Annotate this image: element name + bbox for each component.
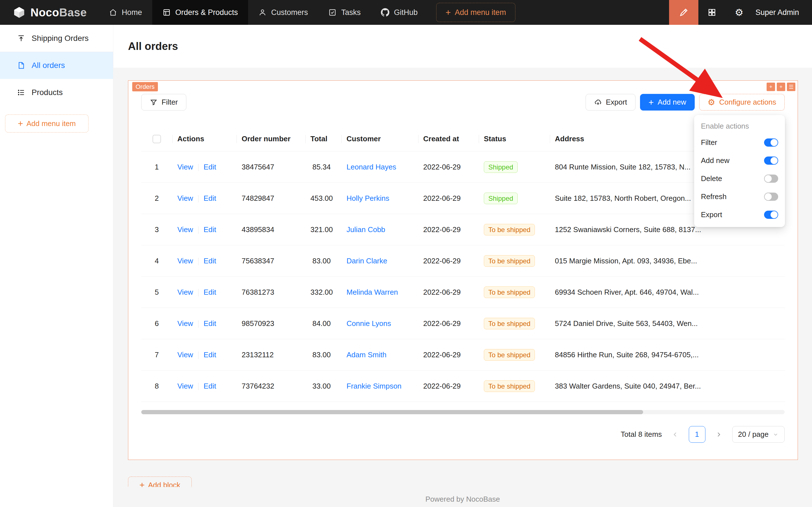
ui-editor-toggle-button[interactable] xyxy=(669,0,698,25)
gear-icon: ⚙ xyxy=(735,8,743,17)
brand-logo[interactable]: NocoBase xyxy=(0,6,99,19)
arrow-up-icon xyxy=(17,34,25,43)
edit-link[interactable]: Edit xyxy=(204,257,216,265)
plus-icon: + xyxy=(139,481,145,487)
page-size-select[interactable]: 20 / page xyxy=(732,426,785,443)
export-button[interactable]: Export xyxy=(586,94,636,111)
enable-action-item[interactable]: Delete xyxy=(694,169,785,187)
edit-link[interactable]: Edit xyxy=(204,163,216,171)
plugins-grid-button[interactable] xyxy=(698,0,726,25)
orders-table-body: 1 ViewEdit 38475647 85.34 Leonard Hayes … xyxy=(141,152,785,402)
edit-link[interactable]: Edit xyxy=(204,194,216,203)
pagination-next-button[interactable] xyxy=(710,426,727,443)
enable-actions-dropdown: Enable actions Filter Add new Delete Ref… xyxy=(694,115,785,227)
enable-action-label: Add new xyxy=(701,156,730,165)
nav-item-label: Tasks xyxy=(341,8,361,17)
cell-order-number: 43895834 xyxy=(237,225,305,234)
cell-total: 321.00 xyxy=(305,225,341,234)
customer-link[interactable]: Melinda Warren xyxy=(347,288,398,296)
settings-gear-button[interactable]: ⚙ xyxy=(726,0,753,25)
column-header-total: Total xyxy=(305,134,341,143)
select-all-checkbox[interactable] xyxy=(153,135,161,143)
filter-button[interactable]: Filter xyxy=(141,94,186,111)
nav-item-github[interactable]: GitHub xyxy=(371,0,428,25)
vertical-divider xyxy=(198,383,198,390)
nav-item-home[interactable]: Home xyxy=(99,0,152,25)
drag-add-column-icon[interactable]: + xyxy=(767,82,775,91)
add-block-button[interactable]: + Add block xyxy=(128,476,192,487)
sidebar-item-shipping-orders[interactable]: Shipping Orders xyxy=(0,25,113,52)
cell-order-number: 23132112 xyxy=(237,350,305,359)
toggle-switch[interactable] xyxy=(764,192,778,201)
toolbar-right-group: Export + Add new ⚙ Configure actions xyxy=(586,94,785,111)
view-link[interactable]: View xyxy=(177,163,193,171)
filter-funnel-icon xyxy=(150,98,158,106)
view-link[interactable]: View xyxy=(177,194,193,203)
powered-by-footer: Powered by NocoBase xyxy=(113,495,812,504)
enable-action-item[interactable]: Refresh xyxy=(694,187,785,206)
sidebar-item-label: All orders xyxy=(32,61,65,70)
customer-link[interactable]: Leonard Hayes xyxy=(347,163,396,171)
drag-handle-icon[interactable]: ☰ xyxy=(787,82,795,91)
nav-item-customers[interactable]: Customers xyxy=(248,0,318,25)
view-link[interactable]: View xyxy=(177,225,193,234)
gear-icon: ⚙ xyxy=(708,98,715,107)
block-designer-toolbar: + + ☰ xyxy=(767,82,795,91)
table-row: 1 ViewEdit 38475647 85.34 Leonard Hayes … xyxy=(141,152,785,183)
edit-link[interactable]: Edit xyxy=(204,382,216,390)
cell-total: 83.00 xyxy=(305,350,341,359)
view-link[interactable]: View xyxy=(177,350,193,359)
toggle-switch[interactable] xyxy=(764,157,778,165)
cell-order-number: 38475647 xyxy=(237,163,305,171)
customer-link[interactable]: Connie Lyons xyxy=(347,319,391,328)
cell-customer: Melinda Warren xyxy=(341,288,418,297)
cell-customer: Holly Perkins xyxy=(341,194,418,203)
pagination-prev-button[interactable] xyxy=(667,426,684,443)
enable-action-item[interactable]: Export xyxy=(694,206,785,224)
add-block-icon[interactable]: + xyxy=(777,82,785,91)
sidebar-add-menu-item-button[interactable]: + Add menu item xyxy=(5,114,89,132)
configure-actions-button[interactable]: ⚙ Configure actions xyxy=(699,94,785,111)
add-new-button[interactable]: + Add new xyxy=(640,94,695,111)
view-link[interactable]: View xyxy=(177,288,193,296)
customer-link[interactable]: Adam Smith xyxy=(347,350,387,359)
edit-link[interactable]: Edit xyxy=(204,225,216,234)
scrollbar-thumb[interactable] xyxy=(141,410,643,414)
view-link[interactable]: View xyxy=(177,382,193,390)
view-link[interactable]: View xyxy=(177,257,193,265)
customer-link[interactable]: Julian Cobb xyxy=(347,225,385,234)
cell-created-at: 2022-06-29 xyxy=(418,382,479,391)
nav-item-tasks[interactable]: Tasks xyxy=(318,0,371,25)
customer-link[interactable]: Holly Perkins xyxy=(347,194,389,203)
nav-item-orders-products[interactable]: Orders & Products xyxy=(152,0,248,25)
sidebar-item-all-orders[interactable]: All orders xyxy=(0,52,113,79)
cell-total: 332.00 xyxy=(305,288,341,297)
toggle-switch[interactable] xyxy=(764,138,778,147)
nav-item-label: Home xyxy=(122,8,142,17)
cell-total: 83.00 xyxy=(305,257,341,265)
enable-action-item[interactable]: Add new xyxy=(694,152,785,169)
toggle-switch[interactable] xyxy=(764,175,778,183)
highlighter-pen-icon xyxy=(678,7,689,18)
edit-link[interactable]: Edit xyxy=(204,288,216,296)
cell-status: To be shipped xyxy=(479,380,550,392)
edit-link[interactable]: Edit xyxy=(204,319,216,328)
enable-action-item[interactable]: Filter xyxy=(694,133,785,152)
toggle-switch[interactable] xyxy=(764,211,778,219)
cell-status: Shipped xyxy=(479,192,550,204)
customer-link[interactable]: Frankie Simpson xyxy=(347,382,402,390)
page-header: All orders xyxy=(113,25,812,68)
customer-link[interactable]: Darin Clarke xyxy=(347,257,387,265)
column-header-order-number: Order number xyxy=(237,134,305,143)
view-link[interactable]: View xyxy=(177,319,193,328)
nav-add-menu-item-button[interactable]: + Add menu item xyxy=(436,3,515,22)
sidebar-item-label: Products xyxy=(32,88,63,97)
sidebar-item-products[interactable]: Products xyxy=(0,79,113,106)
nav-item-label: GitHub xyxy=(394,8,417,17)
table-row: 5 ViewEdit 76381273 332.00 Melinda Warre… xyxy=(141,277,785,308)
table-row: 2 ViewEdit 74829847 453.00 Holly Perkins… xyxy=(141,183,785,214)
pagination-page-1[interactable]: 1 xyxy=(689,426,705,443)
user-menu[interactable]: Super Admin xyxy=(753,8,812,17)
edit-link[interactable]: Edit xyxy=(204,350,216,359)
topnav-right-cluster: ⚙ Super Admin xyxy=(669,0,812,25)
